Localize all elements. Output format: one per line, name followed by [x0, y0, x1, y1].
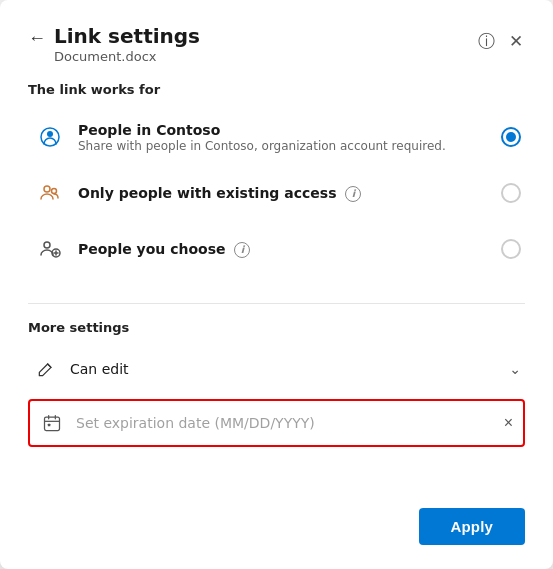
svg-rect-7 — [48, 424, 51, 427]
existing-radio[interactable] — [501, 183, 521, 203]
header-text: Link settings Document.docx — [54, 24, 476, 64]
chevron-down-icon: ⌄ — [509, 361, 521, 377]
link-works-for-label: The link works for — [28, 82, 525, 97]
svg-rect-6 — [45, 417, 60, 430]
calendar-icon — [38, 409, 66, 437]
dialog-header: ← Link settings Document.docx ⓘ ✕ — [28, 24, 525, 64]
contoso-text: People in Contoso Share with people in C… — [78, 122, 493, 153]
svg-point-4 — [44, 242, 50, 248]
info-button[interactable]: ⓘ — [476, 28, 497, 55]
dialog-footer: Apply — [28, 488, 525, 545]
link-settings-dialog: ← Link settings Document.docx ⓘ ✕ The li… — [0, 0, 553, 569]
expiry-placeholder[interactable]: Set expiration date (MM/DD/YYYY) — [76, 415, 502, 431]
header-actions: ⓘ ✕ — [476, 28, 525, 55]
contoso-radio[interactable] — [501, 127, 521, 147]
contoso-icon — [32, 119, 68, 155]
back-button[interactable]: ← — [28, 26, 54, 49]
svg-point-1 — [47, 131, 53, 137]
edit-icon — [32, 355, 60, 383]
existing-text: Only people with existing access i — [78, 185, 493, 202]
contoso-desc: Share with people in Contoso, organizati… — [78, 139, 493, 153]
option-contoso[interactable]: People in Contoso Share with people in C… — [28, 109, 525, 165]
choose-title: People you choose i — [78, 241, 493, 258]
existing-access-icon — [32, 175, 68, 211]
svg-point-2 — [44, 186, 50, 192]
expiry-date-row[interactable]: Set expiration date (MM/DD/YYYY) × — [28, 399, 525, 447]
existing-info-icon[interactable]: i — [345, 186, 361, 202]
expiry-clear-button[interactable]: × — [502, 414, 515, 432]
can-edit-row[interactable]: Can edit ⌄ — [28, 345, 525, 393]
section-divider — [28, 303, 525, 304]
more-settings-label: More settings — [28, 320, 525, 335]
can-edit-label: Can edit — [70, 361, 509, 377]
apply-button[interactable]: Apply — [419, 508, 525, 545]
svg-point-3 — [52, 189, 57, 194]
link-options-list: People in Contoso Share with people in C… — [28, 109, 525, 277]
choose-radio[interactable] — [501, 239, 521, 259]
dialog-subtitle: Document.docx — [54, 49, 476, 64]
existing-title: Only people with existing access i — [78, 185, 493, 202]
contoso-title: People in Contoso — [78, 122, 493, 138]
choose-icon — [32, 231, 68, 267]
dialog-title: Link settings — [54, 24, 476, 48]
choose-text: People you choose i — [78, 241, 493, 258]
choose-info-icon[interactable]: i — [234, 242, 250, 258]
option-existing[interactable]: Only people with existing access i — [28, 165, 525, 221]
close-button[interactable]: ✕ — [507, 29, 525, 54]
option-choose[interactable]: People you choose i — [28, 221, 525, 277]
